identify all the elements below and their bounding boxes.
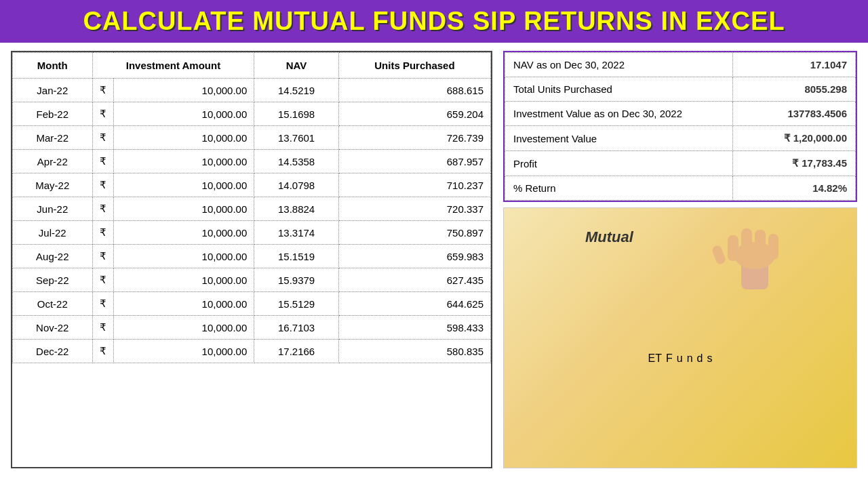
cell-units: 750.897 [338, 221, 490, 245]
table-row: Jan-22 ₹ 10,000.00 14.5219 688.615 [13, 79, 491, 102]
cell-nav: 14.5219 [254, 79, 339, 102]
n-block: n [687, 352, 693, 365]
summary-label: Investment Value as on Dec 30, 2022 [505, 102, 733, 126]
cell-nav: 15.1698 [254, 102, 339, 126]
cell-units: 710.237 [338, 174, 490, 197]
cell-month: Jun-22 [13, 197, 93, 221]
summary-value: ₹ 1,20,000.00 [733, 126, 856, 151]
cell-amount: 10,000.00 [113, 292, 254, 316]
cell-amount: 10,000.00 [113, 79, 254, 102]
summary-row: Investment Value as on Dec 30, 2022 1377… [505, 102, 856, 126]
col-units: Units Purchased [338, 53, 490, 79]
summary-label: NAV as on Dec 30, 2022 [505, 53, 733, 77]
cell-month: Aug-22 [13, 245, 93, 268]
cell-month: Jul-22 [13, 221, 93, 245]
table-row: May-22 ₹ 10,000.00 14.0798 710.237 [13, 174, 491, 197]
cell-units: 659.204 [338, 102, 490, 126]
svg-rect-3 [741, 228, 752, 259]
cell-units: 627.435 [338, 268, 490, 292]
summary-value: ₹ 17,783.45 [733, 151, 856, 176]
cell-units: 598.433 [338, 316, 490, 340]
cell-currency: ₹ [92, 221, 113, 245]
cell-currency: ₹ [92, 174, 113, 197]
cell-month: Oct-22 [13, 292, 93, 316]
cell-amount: 10,000.00 [113, 268, 254, 292]
mutual-label: Mutual [585, 228, 633, 246]
cell-month: Mar-22 [13, 126, 93, 150]
cell-amount: 10,000.00 [113, 102, 254, 126]
table-row: Nov-22 ₹ 10,000.00 16.7103 598.433 [13, 316, 491, 340]
cell-amount: 10,000.00 [113, 197, 254, 221]
hand-area [694, 208, 816, 289]
cell-amount: 10,000.00 [113, 245, 254, 268]
summary-value: 8055.298 [733, 77, 856, 102]
svg-rect-6 [711, 244, 727, 265]
u-block: u [677, 352, 683, 365]
summary-label: Total Units Purchased [505, 77, 733, 102]
cell-currency: ₹ [92, 268, 113, 292]
cell-amount: 10,000.00 [113, 340, 254, 363]
cell-units: 720.337 [338, 197, 490, 221]
et-block: ET [648, 352, 662, 365]
cell-month: Jan-22 [13, 79, 93, 102]
cell-nav: 13.3174 [254, 221, 339, 245]
cell-nav: 13.8824 [254, 197, 339, 221]
cell-month: Nov-22 [13, 316, 93, 340]
table-row: Dec-22 ₹ 10,000.00 17.2166 580.835 [13, 340, 491, 363]
svg-rect-5 [768, 234, 778, 260]
cell-month: Apr-22 [13, 150, 93, 174]
summary-row: Profit ₹ 17,783.45 [505, 151, 856, 176]
cell-units: 580.835 [338, 340, 490, 363]
d-block: d [697, 352, 703, 365]
cell-currency: ₹ [92, 79, 113, 102]
svg-rect-2 [728, 235, 738, 261]
cell-units: 688.615 [338, 79, 490, 102]
summary-label: Investement Value [505, 126, 733, 151]
cell-currency: ₹ [92, 197, 113, 221]
cell-units: 726.739 [338, 126, 490, 150]
cell-nav: 15.1519 [254, 245, 339, 268]
summary-row: NAV as on Dec 30, 2022 17.1047 [505, 53, 856, 77]
cell-month: May-22 [13, 174, 93, 197]
cell-currency: ₹ [92, 316, 113, 340]
table-row: Jul-22 ₹ 10,000.00 13.3174 750.897 [13, 221, 491, 245]
table-row: Mar-22 ₹ 10,000.00 13.7601 726.739 [13, 126, 491, 150]
cell-nav: 17.2166 [254, 340, 339, 363]
cell-units: 659.983 [338, 245, 490, 268]
cell-currency: ₹ [92, 126, 113, 150]
cell-units: 644.625 [338, 292, 490, 316]
summary-row: Total Units Purchased 8055.298 [505, 77, 856, 102]
right-panel: NAV as on Dec 30, 2022 17.1047 Total Uni… [503, 51, 857, 468]
page-title: CALCULATE MUTUAL FUNDS SIP RETURNS IN EX… [14, 7, 854, 36]
funds-blocks-row: ET F u n d s [648, 352, 713, 365]
f-block: F [666, 352, 673, 365]
table-row: Aug-22 ₹ 10,000.00 15.1519 659.983 [13, 245, 491, 268]
cell-month: Feb-22 [13, 102, 93, 126]
table-row: Feb-22 ₹ 10,000.00 15.1698 659.204 [13, 102, 491, 126]
cell-currency: ₹ [92, 292, 113, 316]
summary-value: 14.82% [733, 176, 856, 201]
cell-nav: 15.9379 [254, 268, 339, 292]
cell-amount: 10,000.00 [113, 221, 254, 245]
col-nav: NAV [254, 53, 339, 79]
funds-image: Mutual ET [503, 207, 857, 468]
cell-amount: 10,000.00 [113, 316, 254, 340]
table-row: Oct-22 ₹ 10,000.00 15.5129 644.625 [13, 292, 491, 316]
hand-icon [707, 215, 802, 289]
summary-value: 17.1047 [733, 53, 856, 77]
cell-currency: ₹ [92, 245, 113, 268]
cell-currency: ₹ [92, 150, 113, 174]
s-block: s [707, 352, 712, 365]
cell-month: Sep-22 [13, 268, 93, 292]
table-row: Sep-22 ₹ 10,000.00 15.9379 627.435 [13, 268, 491, 292]
cell-currency: ₹ [92, 340, 113, 363]
cell-month: Dec-22 [13, 340, 93, 363]
left-table: Month Investment Amount NAV Units Purcha… [11, 51, 492, 468]
summary-label: Profit [505, 151, 733, 176]
header: CALCULATE MUTUAL FUNDS SIP RETURNS IN EX… [0, 0, 868, 43]
summary-row: % Return 14.82% [505, 176, 856, 201]
cell-amount: 10,000.00 [113, 150, 254, 174]
summary-value: 137783.4506 [733, 102, 856, 126]
cell-nav: 15.5129 [254, 292, 339, 316]
svg-rect-4 [755, 230, 766, 259]
